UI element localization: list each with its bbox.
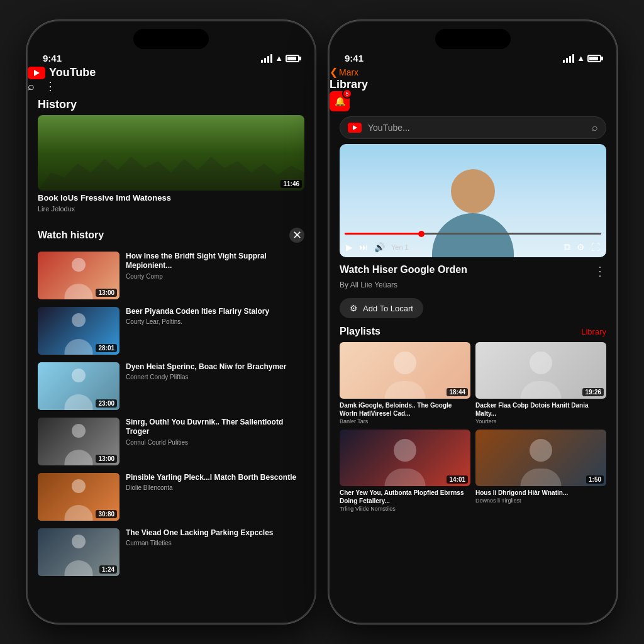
add-btn-label: Add To Locart <box>363 304 413 313</box>
playlist-title-3: Hous li Dhrigond Hiàr Wnatin... <box>475 489 606 497</box>
app-header-right: ❮ Marx Library 🔔 5 <box>330 66 616 111</box>
miniplayer-button[interactable]: ⧉ <box>564 242 570 252</box>
playlist-card-2[interactable]: 14:01 Cher Yew You, Autbonta Plopfied Eb… <box>340 430 470 512</box>
featured-duration: 11:46 <box>280 180 302 188</box>
video-title: Watch Hiser Google Orden <box>340 264 589 277</box>
close-history-button[interactable]: ✕ <box>289 228 304 243</box>
video-title-row: Watch Hiser Google Orden ⋮ <box>340 264 606 279</box>
status-bar-left: 9:41 ▲ <box>28 49 314 66</box>
history-info-5: The Viead One Lacking Parking Expccles C… <box>126 528 304 547</box>
playlist-card-0[interactable]: 18:44 Damk iGoogle, Beloïnds.. The Googl… <box>340 342 470 425</box>
history-title: History <box>28 93 314 115</box>
pl-duration-2: 14:01 <box>447 475 468 484</box>
history-list: 13:00 How Inse the Bridft Sight Vight Su… <box>28 248 314 580</box>
history-item[interactable]: 13:00 How Inse the Bridft Sight Vight Su… <box>28 248 314 303</box>
controls-right: ⧉ ⚙ ⛶ <box>564 242 600 252</box>
skip-button[interactable]: ⏭ <box>359 242 368 252</box>
controls-left: ▶ ⏭ 🔊 Yen 1 <box>346 242 409 252</box>
duration-5: 1:24 <box>99 565 117 574</box>
video-more-button[interactable]: ⋮ <box>589 264 606 279</box>
pl-duration-0: 18:44 <box>447 388 468 396</box>
notif-badge: 5 <box>342 89 352 99</box>
history-title-0: How Inse the Bridft Sight Vight Suppral … <box>126 252 304 271</box>
volume-button[interactable]: 🔊 <box>374 242 385 252</box>
time-label: Yen 1 <box>391 243 409 251</box>
history-title-5: The Viead One Lacking Parking Expccles <box>126 528 304 538</box>
video-person-bg <box>340 144 606 257</box>
battery-icon-right <box>587 55 601 62</box>
library-link[interactable]: Library <box>581 327 606 336</box>
right-phone: 9:41 ▲ ❮ Mar <box>328 20 618 624</box>
battery-icon <box>286 55 299 62</box>
search-magnifier-icon[interactable]: ⌕ <box>592 122 598 133</box>
header-icons-left: ⌕ ⋮ <box>28 79 314 93</box>
history-title-3: Sinrg, Outh! You Duvrnik.. Ther Sallentl… <box>126 418 304 437</box>
add-to-cart-button[interactable]: ⚙ Add To Locart <box>340 298 423 318</box>
playlist-thumb-2: 14:01 <box>340 430 470 486</box>
cart-icon: ⚙ <box>350 303 358 313</box>
dynamic-island-right <box>435 29 511 49</box>
signal-icon <box>261 54 272 63</box>
status-icons-left: ▲ <box>261 53 299 63</box>
notif-icon: 🔔 <box>335 96 345 106</box>
history-channel-3: Connul Courld Pulities <box>126 439 304 446</box>
history-channel-0: Courty Comp <box>126 273 304 280</box>
history-item[interactable]: 13:00 Sinrg, Outh! You Duvrnik.. Ther Sa… <box>28 414 314 469</box>
progress-track[interactable] <box>345 233 601 235</box>
playlist-channel-0: Banler Tars <box>340 418 470 425</box>
settings-button[interactable]: ⚙ <box>577 242 585 252</box>
yt-logo-text: YouTube <box>49 66 96 79</box>
search-bar[interactable]: YouTube... ⌕ <box>340 116 606 139</box>
history-thumb-1: 28:01 <box>38 307 119 355</box>
playlist-thumb-1: 19:26 <box>475 342 606 399</box>
wifi-icon-right: ▲ <box>577 53 585 63</box>
history-item[interactable]: 1:24 The Viead One Lacking Parking Expcc… <box>28 525 314 580</box>
playlist-thumb-3: 1:50 <box>475 430 606 486</box>
video-player[interactable]: ▶ ⏭ 🔊 Yen 1 ⧉ ⚙ ⛶ <box>340 144 606 257</box>
history-channel-4: Diolie Bllenconta <box>126 484 304 491</box>
progress-fill <box>345 233 421 235</box>
more-icon[interactable]: ⋮ <box>45 79 56 93</box>
playlists-grid: 18:44 Damk iGoogle, Beloïnds.. The Googl… <box>330 342 616 512</box>
back-button[interactable]: ❮ Marx <box>330 66 616 78</box>
fullscreen-button[interactable]: ⛶ <box>591 242 600 252</box>
duration-4: 30:80 <box>96 510 117 518</box>
history-title-2: Dyen Heiat Sperinc, Boac Niw for Brachym… <box>126 362 304 372</box>
featured-channel: Lire Jelodux <box>38 205 304 213</box>
playlist-card-3[interactable]: 1:50 Hous li Dhrigond Hiàr Wnatin... Dow… <box>475 430 606 512</box>
history-info-2: Dyen Heiat Sperinc, Boac Niw for Brachym… <box>126 362 304 381</box>
progress-bar-container <box>340 233 606 235</box>
playlist-title-0: Damk iGoogle, Beloïnds.. The Google Worl… <box>340 401 470 418</box>
watch-history-header: Watch history ✕ <box>28 223 314 248</box>
playlist-thumb-0: 18:44 <box>340 342 470 399</box>
left-phone: 9:41 ▲ <box>26 20 316 624</box>
app-header-left: YouTube ⌕ ⋮ <box>28 66 314 93</box>
video-info-section: Watch Hiser Google Orden ⋮ By All Liie Y… <box>330 257 616 293</box>
notification-button[interactable]: 🔔 5 <box>330 91 350 111</box>
time-left: 9:41 <box>43 53 62 64</box>
pl-duration-1: 19:26 <box>582 388 604 396</box>
history-item[interactable]: 28:01 Beer Piyanda Coden Ities Flariry S… <box>28 303 314 358</box>
playlist-channel-1: Yourters <box>475 418 606 425</box>
featured-video[interactable]: 11:46 Book IoUs Fressive Imd Watoness Li… <box>38 115 304 215</box>
playlist-title-2: Cher Yew You, Autbonta Plopfied Ebrrnss … <box>340 489 470 505</box>
youtube-logo: YouTube <box>28 66 314 79</box>
history-channel-5: Currnan Titleties <box>126 540 304 547</box>
video-thumbnail: ▶ ⏭ 🔊 Yen 1 ⧉ ⚙ ⛶ <box>340 144 606 257</box>
yt-icon <box>28 67 45 79</box>
history-info-4: Pinsible Yarling Pleck...l Match Borth B… <box>126 473 304 492</box>
playlist-card-1[interactable]: 19:26 Dacker Flaa Cobp Dotois Hanitt Dan… <box>475 342 606 425</box>
back-arrow-icon: ❮ <box>330 66 338 78</box>
search-yt-icon <box>348 123 362 133</box>
watch-history-title: Watch history <box>38 230 104 241</box>
search-icon[interactable]: ⌕ <box>28 80 35 93</box>
history-item[interactable]: 23:00 Dyen Heiat Sperinc, Boac Niw for B… <box>28 358 314 414</box>
history-info-0: How Inse the Bridft Sight Vight Suppral … <box>126 252 304 280</box>
history-channel-1: Courty Lear, Poltins. <box>126 318 304 325</box>
history-channel-2: Connert Condy Pliftias <box>126 374 304 380</box>
history-item[interactable]: 30:80 Pinsible Yarling Pleck...l Match B… <box>28 469 314 525</box>
history-thumb-2: 23:00 <box>38 362 119 410</box>
back-label: Marx <box>339 67 358 77</box>
video-author: By All Liie Yeüars <box>340 280 606 289</box>
play-button[interactable]: ▶ <box>346 242 353 252</box>
